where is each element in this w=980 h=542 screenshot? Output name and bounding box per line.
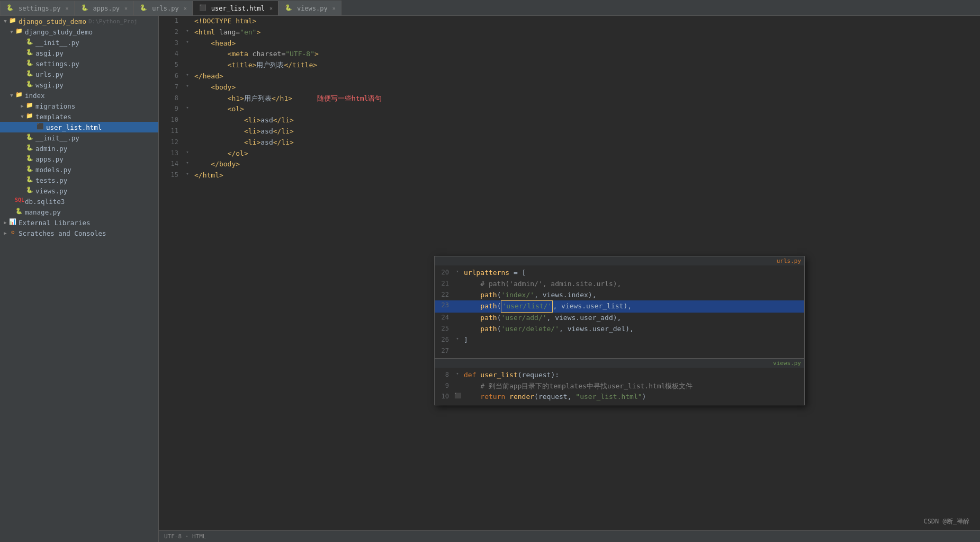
sidebar-item-external-libs[interactable]: ▶ 📊 External Libraries bbox=[0, 217, 158, 228]
sidebar-item-django-study-demo[interactable]: ▼ 📁 django_study_demo bbox=[0, 26, 158, 37]
sidebar-item-templates[interactable]: ▼ 📁 templates bbox=[0, 111, 158, 122]
line-number: 21 bbox=[435, 279, 453, 289]
code-token: path bbox=[480, 291, 497, 299]
line-code[interactable]: <title>用户列表</title> bbox=[192, 60, 980, 71]
scratch-icon: ⚙ bbox=[8, 229, 17, 237]
py-icon: 🐍 bbox=[25, 165, 34, 174]
line-code[interactable]: <li>asd</li> bbox=[192, 115, 980, 126]
code-token: </li> bbox=[273, 127, 294, 135]
line-code[interactable]: </html> bbox=[192, 170, 980, 181]
sidebar-item-user-list-html[interactable]: ⬛ user_list.html bbox=[0, 122, 158, 132]
sidebar-item-settings[interactable]: 🐍 settings.py bbox=[0, 58, 158, 69]
line-gutter[interactable]: ▾ bbox=[183, 82, 192, 93]
code-token: 用户列表 bbox=[244, 94, 272, 102]
code-token: <body> bbox=[211, 83, 236, 91]
sidebar-item-scratches[interactable]: ▶ ⚙ Scratches and Consoles bbox=[0, 228, 158, 238]
line-code[interactable]: <head> bbox=[192, 38, 980, 49]
line-gutter[interactable]: ▾ bbox=[183, 71, 192, 82]
tab-close-user-list[interactable]: ✕ bbox=[269, 5, 273, 11]
py-icon: 🐍 bbox=[25, 59, 34, 68]
line-number: 2 bbox=[159, 27, 183, 38]
tab-apps-py[interactable]: 🐍 apps.py ✕ bbox=[75, 1, 134, 15]
line-gutter[interactable]: ▾ bbox=[183, 148, 192, 159]
status-bar: UTF-8 · HTML bbox=[159, 530, 980, 542]
code-container[interactable]: 1 <!DOCTYPE html> 2 ▾ <html lang="en"> 3… bbox=[159, 16, 980, 530]
line-code: def user_list(request): bbox=[462, 370, 561, 381]
line-code[interactable]: <body> bbox=[192, 82, 980, 93]
line-code[interactable]: <li>asd</li> bbox=[192, 126, 980, 137]
line-number: 15 bbox=[159, 170, 183, 181]
line-code[interactable]: <h1>用户列表</h1> 随便写一些html语句 bbox=[192, 93, 980, 104]
line-code[interactable]: <ol> bbox=[192, 104, 980, 115]
line-code[interactable]: </body> bbox=[192, 159, 980, 170]
code-token: </li> bbox=[273, 138, 294, 146]
line-gutter[interactable]: ▾ bbox=[183, 104, 192, 115]
sidebar-item-init2[interactable]: 🐍 __init__.py bbox=[0, 132, 158, 143]
table-row: 10 ⬛ return render(request, "user_list.h… bbox=[435, 392, 804, 403]
py-icon: 🐍 bbox=[15, 208, 23, 216]
tab-close-apps[interactable]: ✕ bbox=[124, 5, 128, 11]
arrow-icon: ▼ bbox=[8, 29, 15, 34]
sidebar-path: D:\Python_Proj bbox=[88, 18, 138, 25]
sidebar-item-admin[interactable]: 🐍 admin.py bbox=[0, 143, 158, 154]
sidebar-item-manage[interactable]: 🐍 manage.py bbox=[0, 207, 158, 217]
sidebar-item-asgi[interactable]: 🐍 asgi.py bbox=[0, 48, 158, 58]
watermark: CSDN @断_禅醉 bbox=[923, 517, 969, 526]
editor-area: 1 <!DOCTYPE html> 2 ▾ <html lang="en"> 3… bbox=[159, 16, 980, 542]
lib-icon: 📊 bbox=[8, 218, 17, 227]
tab-views-py[interactable]: 🐍 views.py ✕ bbox=[278, 1, 341, 15]
code-token: 'user/add/' bbox=[501, 314, 546, 322]
line-code[interactable]: </head> bbox=[192, 71, 980, 82]
sidebar-item-index[interactable]: ▼ 📁 index bbox=[0, 90, 158, 101]
sidebar-item-views-index[interactable]: 🐍 views.py bbox=[0, 185, 158, 196]
code-token: </head> bbox=[194, 72, 223, 80]
sidebar-item-tests[interactable]: 🐍 tests.py bbox=[0, 175, 158, 185]
line-gutter bbox=[183, 115, 192, 126]
line-gutter: ▾ bbox=[453, 335, 462, 342]
line-number: 10 bbox=[435, 392, 453, 402]
table-row: 24 path('user/add/', views.user_add), bbox=[435, 313, 804, 324]
tooltip-filename: urls.py bbox=[777, 257, 801, 264]
tab-urls-py[interactable]: 🐍 urls.py ✕ bbox=[133, 1, 193, 15]
sidebar-item-urls[interactable]: 🐍 urls.py bbox=[0, 69, 158, 79]
line-number: 11 bbox=[159, 126, 183, 137]
line-gutter[interactable]: ▾ bbox=[183, 170, 192, 181]
line-number: 4 bbox=[159, 49, 183, 60]
line-code[interactable]: <!DOCTYPE html> bbox=[192, 16, 980, 27]
sidebar-item-label: tests.py bbox=[35, 176, 67, 184]
code-token: urlpatterns bbox=[464, 269, 509, 277]
code-token: 'index/' bbox=[501, 291, 534, 299]
sidebar[interactable]: ▼ 📁 django_study_demo D:\Python_Proj ▼ 📁… bbox=[0, 16, 159, 542]
tab-user-list-html[interactable]: ⬛ user_list.html ✕ bbox=[193, 1, 278, 15]
line-gutter[interactable]: ▾ bbox=[183, 27, 192, 38]
sidebar-item-init1[interactable]: 🐍 __init__.py bbox=[0, 37, 158, 48]
sidebar-item-label: settings.py bbox=[35, 60, 79, 68]
tab-close-urls[interactable]: ✕ bbox=[184, 5, 187, 11]
py-icon: 🐍 bbox=[25, 38, 34, 47]
folder-icon: 📁 bbox=[8, 17, 17, 25]
sidebar-item-migrations[interactable]: ▶ 📁 migrations bbox=[0, 101, 158, 111]
code-token: <li> bbox=[244, 138, 260, 146]
sidebar-item-wsgi[interactable]: 🐍 wsgi.py bbox=[0, 79, 158, 90]
sidebar-item-models[interactable]: 🐍 models.py bbox=[0, 164, 158, 175]
sidebar-item-db[interactable]: SQL db.sqlite3 bbox=[0, 196, 158, 207]
tab-close-views[interactable]: ✕ bbox=[332, 5, 336, 11]
table-row: 26 ▾ ] bbox=[435, 335, 804, 346]
tab-label: views.py bbox=[297, 5, 328, 12]
tab-close-settings[interactable]: ✕ bbox=[65, 5, 68, 11]
tab-settings-py[interactable]: 🐍 settings.py ✕ bbox=[0, 1, 75, 15]
line-gutter bbox=[183, 49, 192, 60]
line-gutter[interactable]: ▾ bbox=[183, 38, 192, 49]
line-code[interactable]: <li>asd</li> bbox=[192, 137, 980, 148]
line-gutter[interactable]: ▾ bbox=[183, 159, 192, 170]
line-code[interactable]: </ol> bbox=[192, 148, 980, 159]
table-row: 9 ▾ <ol> bbox=[159, 104, 980, 115]
sidebar-item-apps[interactable]: 🐍 apps.py bbox=[0, 154, 158, 164]
folder-icon: 📁 bbox=[15, 91, 23, 100]
line-code[interactable]: <html lang="en"> bbox=[192, 27, 980, 38]
sidebar-item-project-root[interactable]: ▼ 📁 django_study_demo D:\Python_Proj bbox=[0, 16, 158, 26]
line-number: 20 bbox=[435, 268, 453, 278]
sidebar-item-label: __init__.py bbox=[35, 134, 79, 142]
code-token: > bbox=[256, 28, 260, 36]
line-code[interactable]: <meta charset="UTF-8"> bbox=[192, 49, 980, 60]
